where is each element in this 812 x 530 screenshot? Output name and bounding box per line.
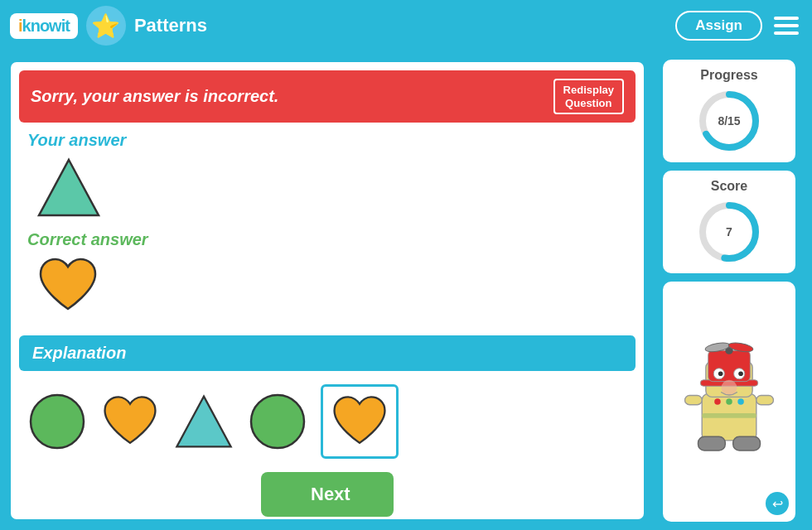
pattern-item-circle1 — [27, 392, 87, 451]
svg-rect-21 — [756, 396, 774, 405]
progress-circle: 8/15 — [696, 88, 762, 154]
svg-rect-20 — [685, 396, 703, 405]
explanation-bar: Explanation — [19, 335, 636, 371]
correct-answer-shape — [36, 256, 627, 319]
triangle-pattern-icon — [173, 393, 234, 450]
robot-illustration — [675, 340, 783, 464]
content-area: Your answer Correct answer — [11, 123, 644, 330]
robot-container: ↩ — [663, 282, 795, 522]
your-answer-shape — [36, 157, 627, 222]
svg-point-17 — [718, 371, 723, 376]
heart-selected-icon — [330, 393, 389, 450]
pattern-item-heart1 — [100, 393, 160, 450]
svg-rect-22 — [698, 436, 726, 450]
right-panel: Progress 8/15 Score 7 — [655, 60, 804, 522]
pattern-item-circle2 — [248, 392, 307, 451]
circle-green-icon — [27, 392, 87, 451]
assign-button[interactable]: Assign — [675, 11, 762, 41]
svg-marker-0 — [39, 160, 99, 215]
svg-marker-2 — [176, 397, 230, 447]
score-value: 7 — [726, 225, 732, 238]
pattern-item-triangle — [173, 393, 234, 450]
next-button[interactable]: Next — [261, 472, 394, 517]
logo: iknowit — [10, 13, 78, 39]
main-content: Sorry, your answer is incorrect. Redispl… — [0, 51, 812, 530]
svg-point-27 — [737, 398, 744, 405]
heart-pattern-icon — [100, 393, 160, 450]
hamburger-line — [774, 17, 799, 20]
heart-icon — [36, 256, 100, 316]
hamburger-line — [774, 24, 799, 27]
progress-card: Progress 8/15 — [663, 60, 795, 162]
menu-button[interactable] — [771, 13, 802, 38]
circle-green2-icon — [248, 392, 307, 451]
page-title: Patterns — [134, 15, 667, 36]
svg-point-3 — [251, 395, 304, 448]
score-title: Score — [711, 179, 747, 194]
redisplay-button[interactable]: RedisplayQuestion — [553, 79, 624, 114]
svg-rect-24 — [702, 413, 756, 418]
incorrect-text: Sorry, your answer is incorrect. — [31, 87, 278, 106]
svg-point-25 — [714, 398, 721, 405]
svg-point-18 — [738, 371, 743, 376]
left-panel: Sorry, your answer is incorrect. Redispl… — [8, 60, 646, 522]
correct-answer-label: Correct answer — [27, 230, 627, 249]
pattern-row — [11, 371, 644, 472]
svg-rect-23 — [733, 436, 761, 450]
progress-value: 8/15 — [718, 114, 740, 128]
next-button-container: Next — [11, 472, 644, 522]
progress-title: Progress — [700, 68, 757, 83]
svg-point-26 — [726, 398, 732, 405]
score-card: Score 7 — [663, 171, 795, 273]
incorrect-banner: Sorry, your answer is incorrect. Redispl… — [19, 70, 636, 123]
hamburger-line — [774, 31, 799, 35]
back-button[interactable]: ↩ — [766, 492, 789, 515]
triangle-icon — [36, 157, 102, 219]
header: iknowit ⭐ Patterns Assign — [0, 0, 812, 51]
score-circle: 7 — [696, 199, 762, 265]
star-icon: ⭐ — [86, 6, 126, 46]
pattern-item-heart2-selected — [321, 384, 399, 459]
your-answer-label: Your answer — [27, 131, 627, 150]
svg-point-1 — [31, 395, 84, 448]
